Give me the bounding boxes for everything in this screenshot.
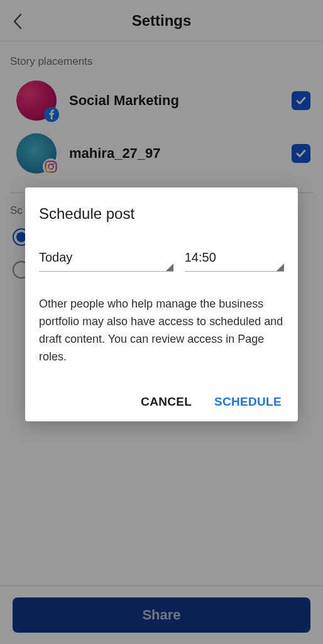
modal-title: Schedule post bbox=[39, 205, 284, 223]
time-value: 14:50 bbox=[185, 250, 216, 265]
modal-description: Other people who help manage the busines… bbox=[39, 296, 284, 366]
date-picker[interactable]: Today bbox=[39, 247, 173, 272]
schedule-button[interactable]: SCHEDULE bbox=[214, 395, 282, 409]
dropdown-corner-icon bbox=[276, 264, 284, 271]
date-value: Today bbox=[39, 250, 72, 265]
schedule-post-modal: Schedule post Today 14:50 Other people w… bbox=[25, 187, 298, 421]
cancel-button[interactable]: CANCEL bbox=[141, 395, 192, 409]
dropdown-corner-icon bbox=[166, 264, 173, 271]
time-picker[interactable]: 14:50 bbox=[185, 247, 284, 272]
